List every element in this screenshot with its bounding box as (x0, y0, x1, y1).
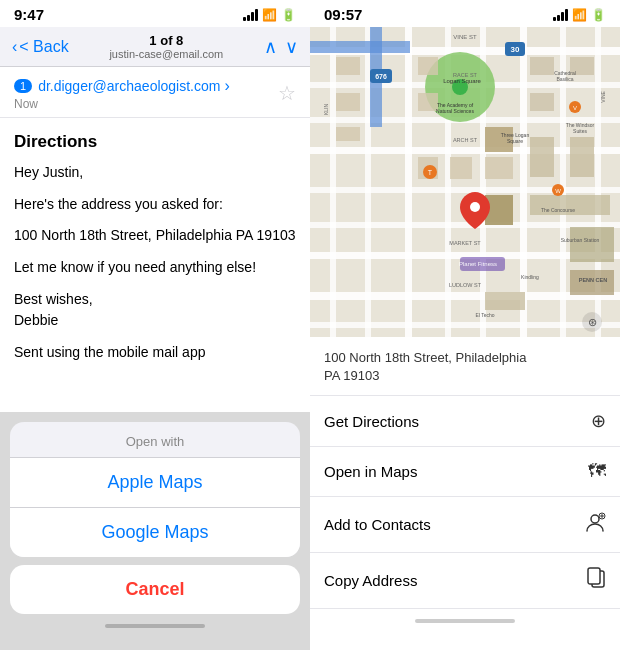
time-left: 9:47 (14, 6, 44, 23)
svg-rect-30 (418, 93, 438, 111)
email-footer: Sent using the mobile mail app (14, 342, 296, 364)
sender-email[interactable]: dr.digger@archaeologist.com (38, 78, 220, 94)
nav-arrows[interactable]: ∧ ∨ (264, 36, 298, 58)
star-icon[interactable]: ☆ (278, 81, 296, 105)
copy-address-label: Copy Address (324, 572, 417, 589)
svg-rect-9 (310, 322, 620, 328)
svg-text:PENN CEN: PENN CEN (579, 277, 607, 283)
svg-rect-37 (530, 137, 554, 177)
svg-rect-83 (588, 568, 600, 584)
svg-rect-29 (418, 57, 438, 75)
svg-rect-31 (530, 57, 554, 75)
nav-center: 1 of 8 justin-case@email.com (109, 33, 223, 60)
svg-text:Planet Fitness: Planet Fitness (459, 261, 497, 267)
arrow-down-icon[interactable]: ∨ (285, 36, 298, 58)
email-text: Hey Justin, Here's the address you asked… (14, 162, 296, 364)
svg-text:Natural Sciences: Natural Sciences (436, 108, 474, 114)
sender-info: 1 dr.digger@archaeologist.com › Now (14, 77, 230, 111)
svg-text:MARKET ST: MARKET ST (449, 240, 481, 246)
action-sheet-title: Open with (10, 422, 300, 458)
svg-rect-43 (485, 292, 525, 310)
right-panel: 09:57 📶 🔋 (310, 0, 620, 650)
copy-address-item[interactable]: Copy Address (310, 553, 620, 609)
svg-text:KLIN: KLIN (323, 103, 329, 115)
home-indicator-left (10, 614, 300, 632)
back-button[interactable]: ‹ < Back (12, 38, 69, 56)
email-intro: Here's the address you asked for: (14, 194, 296, 216)
time-right: 09:57 (324, 6, 362, 23)
email-recipient: justin-case@email.com (109, 48, 223, 60)
svg-rect-26 (336, 57, 360, 75)
svg-text:VINE ST: VINE ST (453, 34, 477, 40)
home-indicator-right (310, 609, 620, 627)
email-closing2: Best wishes,Debbie (14, 289, 296, 332)
status-icons-right: 📶 🔋 (553, 8, 606, 22)
svg-rect-21 (310, 41, 410, 53)
svg-rect-44 (570, 227, 614, 262)
add-to-contacts-label: Add to Contacts (324, 516, 431, 533)
svg-rect-10 (330, 27, 336, 337)
svg-text:V: V (573, 105, 577, 111)
email-time: Now (14, 97, 230, 111)
svg-text:Kindling: Kindling (521, 274, 539, 280)
svg-rect-36 (485, 157, 513, 179)
email-subject: Directions (14, 132, 296, 152)
left-panel: 9:47 📶 🔋 ‹ < Back 1 of 8 justin-case@ema… (0, 0, 310, 650)
status-icons-left: 📶 🔋 (243, 8, 296, 22)
open-in-maps-item[interactable]: Open in Maps 🗺 (310, 447, 620, 497)
email-greeting: Hey Justin, (14, 162, 296, 184)
svg-text:W: W (555, 188, 561, 194)
status-bar-right: 09:57 📶 🔋 (310, 0, 620, 27)
svg-text:LUDLOW ST: LUDLOW ST (449, 282, 482, 288)
svg-text:Basilica: Basilica (556, 76, 573, 82)
svg-text:Suburban Station: Suburban Station (561, 237, 600, 243)
battery-icon-left: 🔋 (281, 8, 296, 22)
map-container[interactable]: 30 676 (310, 27, 620, 337)
map-svg: 30 676 (310, 27, 620, 337)
home-bar-left (105, 624, 205, 628)
directions-icon: ⊕ (591, 410, 606, 432)
contacts-icon (584, 511, 606, 538)
signal-icon-right (553, 9, 568, 21)
back-label: < Back (19, 38, 68, 56)
battery-icon-right: 🔋 (591, 8, 606, 22)
arrow-up-icon[interactable]: ∧ (264, 36, 277, 58)
unread-badge: 1 (14, 79, 32, 93)
wifi-icon-right: 📶 (572, 8, 587, 22)
svg-rect-15 (520, 27, 527, 337)
bottom-sheet: 100 North 18th Street, Philadelphia PA 1… (310, 337, 620, 650)
google-maps-button[interactable]: Google Maps (10, 508, 300, 557)
svg-rect-35 (450, 157, 472, 179)
email-counter: 1 of 8 (109, 33, 223, 48)
svg-text:Suites: Suites (573, 128, 587, 134)
chevron-right-icon: › (224, 77, 229, 95)
address-text: 100 North 18th Street, Philadelphia PA 1… (324, 349, 606, 385)
svg-rect-27 (336, 93, 360, 111)
add-to-contacts-item[interactable]: Add to Contacts (310, 497, 620, 553)
svg-rect-32 (530, 93, 554, 111)
action-sheet-overlay: Open with Apple Maps Google Maps Cancel (0, 412, 310, 650)
cancel-button[interactable]: Cancel (10, 565, 300, 614)
svg-rect-38 (570, 137, 594, 177)
get-directions-item[interactable]: Get Directions ⊕ (310, 396, 620, 447)
email-header: 1 dr.digger@archaeologist.com › Now ☆ (0, 67, 310, 118)
chevron-left-icon: ‹ (12, 38, 17, 56)
svg-text:ARCH ST: ARCH ST (453, 137, 478, 143)
get-directions-label: Get Directions (324, 413, 419, 430)
svg-text:676: 676 (375, 73, 387, 80)
svg-rect-5 (310, 187, 620, 193)
svg-point-78 (591, 515, 599, 523)
svg-text:30: 30 (511, 45, 520, 54)
wifi-icon-left: 📶 (262, 8, 277, 22)
svg-text:El Techo: El Techo (475, 312, 494, 318)
svg-point-53 (470, 202, 480, 212)
signal-icon-left (243, 9, 258, 21)
svg-text:VINE: VINE (600, 91, 606, 103)
svg-text:T: T (428, 169, 433, 176)
email-address: 100 North 18th Street, Philadelphia PA 1… (14, 225, 296, 247)
home-bar-right (415, 619, 515, 623)
svg-text:Square: Square (507, 138, 523, 144)
action-sheet-cancel: Cancel (10, 565, 300, 614)
apple-maps-button[interactable]: Apple Maps (10, 458, 300, 508)
svg-rect-12 (405, 27, 412, 337)
